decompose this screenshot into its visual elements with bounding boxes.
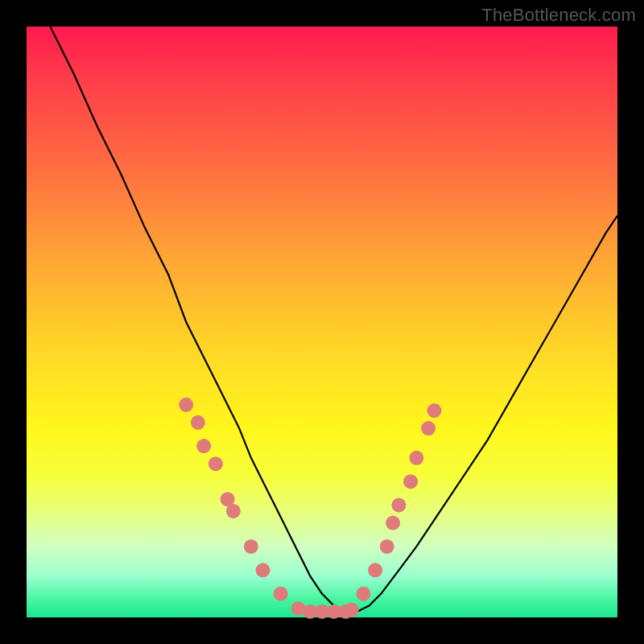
- marker-dot: [386, 516, 400, 530]
- marker-dot: [356, 587, 370, 601]
- plot-area: [27, 27, 617, 617]
- marker-dot: [244, 539, 258, 554]
- marker-dot: [421, 421, 436, 436]
- marker-dot: [409, 451, 423, 465]
- marker-dot: [196, 439, 211, 453]
- marker-group: [179, 398, 441, 619]
- bottleneck-curve: [50, 27, 617, 612]
- marker-dot: [391, 498, 406, 513]
- marker-dot: [403, 474, 418, 489]
- watermark-text: TheBottleneck.com: [481, 5, 636, 26]
- marker-dot: [380, 539, 394, 554]
- marker-dot: [208, 456, 223, 471]
- chart-frame: TheBottleneck.com: [0, 0, 644, 644]
- marker-dot: [345, 603, 359, 617]
- marker-dot: [191, 415, 205, 430]
- marker-dot: [256, 563, 270, 577]
- chart-svg: [27, 27, 617, 617]
- marker-dot: [427, 403, 442, 418]
- marker-dot: [368, 563, 382, 577]
- marker-dot: [179, 398, 193, 412]
- marker-dot: [226, 504, 241, 518]
- marker-dot: [274, 587, 288, 601]
